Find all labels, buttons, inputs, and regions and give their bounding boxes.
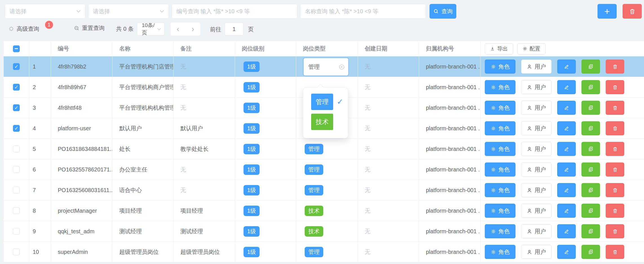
user-button[interactable]: 用户 [521, 121, 552, 135]
role-button[interactable]: 角色 [485, 162, 515, 177]
row-checkbox[interactable] [13, 146, 20, 152]
dropdown-option-tech[interactable]: 技术 [303, 114, 348, 130]
copy-button[interactable] [581, 60, 600, 74]
row-checkbox[interactable]: ✓ [13, 104, 20, 111]
table-row[interactable]: 5PO16318634884181...处长教学处处长1级管理无platform… [4, 139, 644, 159]
copy-button[interactable] [581, 224, 600, 238]
delete-button[interactable] [606, 162, 624, 177]
table-row[interactable]: 10superAdmin超级管理员岗位超级管理员岗位1级管理无platform-… [4, 242, 644, 262]
type-select[interactable]: 管理 [303, 58, 349, 76]
table-row[interactable]: ✓14fr8h798b2平台管理机构门店管理员无1级管理无platform-br… [4, 56, 644, 77]
page-size-select[interactable]: 10条/页 [137, 23, 165, 36]
delete-button[interactable] [606, 224, 624, 238]
copy-button[interactable] [581, 121, 600, 135]
row-checkbox[interactable]: ✓ [13, 84, 20, 91]
user-button[interactable]: 用户 [521, 142, 552, 156]
level-badge: 1级 [244, 185, 260, 195]
role-button[interactable]: 角色 [485, 183, 515, 197]
delete-button[interactable] [606, 80, 624, 94]
delete-button[interactable] [606, 245, 624, 259]
search-button[interactable]: 查询 [430, 4, 456, 19]
name-search-input[interactable]: 名称查询 输入 *陈* >10 <9 等 [300, 4, 426, 19]
user-button[interactable]: 用户 [521, 183, 552, 197]
user-button[interactable]: 用户 [521, 245, 552, 259]
code-search-input[interactable]: 编号查询 输入 *陈* >10 <9 等 [172, 4, 297, 19]
prev-page-button[interactable]: ‹ [174, 25, 182, 33]
role-button[interactable]: 角色 [485, 204, 515, 218]
filter-select-2[interactable]: 请选择 [88, 4, 169, 19]
user-button[interactable]: 用户 [521, 224, 552, 238]
edit-button[interactable] [557, 245, 576, 259]
copy-button[interactable] [581, 183, 600, 197]
role-button[interactable]: 角色 [485, 245, 515, 259]
edit-button[interactable] [557, 101, 576, 115]
filter-select-1[interactable]: 请选择 [5, 4, 85, 19]
edit-icon [564, 249, 569, 255]
table-row[interactable]: 8projectManager项目经理项目经理1级技术无platform-bra… [4, 201, 644, 221]
table-row[interactable]: 9qqkj_test_adm测试经理测试经理1级技术无platform-bran… [4, 221, 644, 242]
delete-selected-button[interactable] [623, 4, 642, 19]
row-checkbox[interactable]: ✓ [13, 125, 20, 132]
role-button[interactable]: 角色 [485, 60, 515, 74]
user-button[interactable]: 用户 [521, 80, 552, 94]
role-button[interactable]: 角色 [485, 121, 515, 135]
row-type-cell: 管理 [296, 180, 358, 200]
export-button[interactable]: 导出 [485, 43, 513, 54]
row-checkbox[interactable] [13, 207, 20, 214]
copy-button[interactable] [581, 142, 600, 156]
config-button[interactable]: 配置 [517, 43, 546, 54]
dropdown-option-manage[interactable]: 管理 ✓ [303, 94, 348, 110]
next-page-button[interactable]: › [189, 25, 196, 33]
table-row[interactable]: 7PO16325608031611...语合中心无1级管理无platform-b… [4, 180, 644, 201]
row-checkbox[interactable]: ✓ [13, 63, 20, 70]
advanced-query-button[interactable]: 高级查询 1 [8, 24, 54, 33]
level-badge: 1级 [244, 206, 260, 216]
clear-icon[interactable] [338, 64, 345, 70]
delete-button[interactable] [606, 60, 624, 74]
row-checkbox[interactable] [13, 248, 20, 255]
edit-button[interactable] [557, 80, 576, 94]
copy-icon [588, 249, 594, 255]
role-button[interactable]: 角色 [485, 80, 515, 94]
row-checkbox[interactable] [13, 187, 20, 193]
edit-button[interactable] [557, 183, 576, 197]
edit-button[interactable] [557, 142, 576, 156]
delete-button[interactable] [606, 204, 624, 218]
user-button[interactable]: 用户 [521, 101, 552, 115]
table-row[interactable]: 6PO16325578620171...办公室主任无1级管理无platform-… [4, 159, 644, 180]
edit-button[interactable] [557, 60, 576, 74]
delete-button[interactable] [606, 183, 624, 197]
copy-button[interactable] [581, 204, 600, 218]
row-checkbox[interactable] [13, 228, 20, 235]
role-icon [491, 126, 496, 131]
user-button[interactable]: 用户 [521, 162, 552, 177]
role-button[interactable]: 角色 [485, 142, 515, 156]
user-button[interactable]: 用户 [521, 60, 552, 74]
edit-button[interactable] [557, 224, 576, 238]
user-button[interactable]: 用户 [521, 204, 552, 218]
type-badge: 管理 [305, 144, 323, 154]
copy-button[interactable] [581, 245, 600, 259]
role-button[interactable]: 角色 [485, 101, 515, 115]
copy-button[interactable] [581, 80, 600, 94]
edit-button[interactable] [557, 162, 576, 177]
copy-button[interactable] [581, 162, 600, 177]
reset-query-button[interactable]: 重置查询 [74, 24, 105, 32]
edit-icon [564, 229, 569, 234]
copy-button[interactable] [581, 101, 600, 115]
role-button-label: 角色 [499, 228, 510, 235]
delete-button[interactable] [606, 142, 624, 156]
role-button[interactable]: 角色 [485, 224, 515, 238]
delete-button[interactable] [606, 101, 624, 115]
advanced-query-badge: 1 [45, 20, 54, 29]
add-button[interactable]: + [597, 4, 617, 19]
edit-button[interactable] [557, 204, 576, 218]
row-checkbox[interactable] [13, 166, 20, 173]
select-all-checkbox[interactable] [13, 45, 20, 52]
edit-button[interactable] [557, 121, 576, 135]
goto-page-input[interactable]: 1 [225, 23, 244, 36]
delete-button[interactable] [606, 121, 624, 135]
type-badge: 管理 [305, 247, 323, 257]
row-org: platform-branch-001 ... [419, 56, 481, 77]
row-actions: 角色用户 [481, 159, 644, 180]
